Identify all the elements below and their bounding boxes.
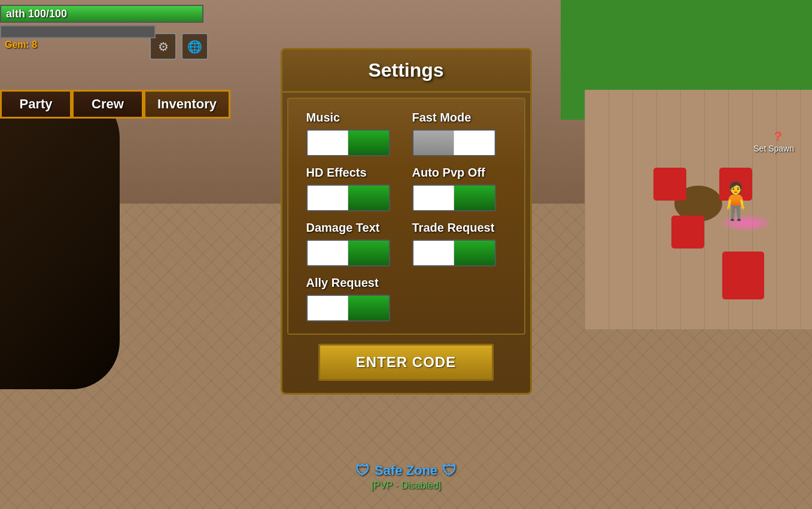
chair-4 — [722, 252, 764, 299]
setting-trade-request: Trade Request — [412, 221, 506, 266]
question-mark-icon: ? — [774, 129, 782, 144]
crew-button[interactable]: Crew — [72, 90, 144, 119]
tunnel — [0, 90, 120, 389]
ally-request-toggle-on — [348, 296, 389, 320]
damage-text-label: Damage Text — [306, 221, 380, 235]
trade-request-toggle-off — [413, 241, 455, 265]
fast-mode-toggle[interactable] — [412, 129, 496, 156]
settings-header: Settings — [282, 50, 530, 93]
music-toggle[interactable] — [306, 129, 390, 156]
damage-text-toggle-on — [348, 241, 389, 265]
hd-effects-label: HD Effects — [306, 166, 367, 180]
auto-pvp-toggle-on — [454, 186, 495, 210]
auto-pvp-toggle[interactable] — [412, 184, 496, 211]
settings-body: Music Fast Mode HD Effects — [287, 98, 525, 335]
fast-mode-toggle-off — [454, 131, 495, 155]
setting-fast-mode: Fast Mode — [412, 111, 506, 156]
nav-buttons: Party Crew Inventory — [0, 90, 230, 119]
chair-3 — [671, 216, 704, 249]
settings-title: Settings — [368, 59, 443, 81]
chair-2 — [653, 168, 686, 201]
setting-music: Music — [306, 111, 400, 156]
ally-request-toggle[interactable] — [306, 295, 390, 322]
setting-hd-effects: HD Effects — [306, 166, 400, 211]
fast-mode-label: Fast Mode — [412, 111, 472, 125]
weapon-bar — [0, 25, 156, 38]
character-sprite: 🧍 — [713, 180, 758, 222]
shield-left-icon: 🛡 — [355, 462, 370, 479]
shield-right-icon: 🛡 — [442, 462, 457, 479]
safe-zone: 🛡 Safe Zone 🛡 [PVP - Disabled] — [355, 462, 457, 491]
ally-request-toggle-off — [308, 296, 349, 320]
music-toggle-on — [348, 131, 389, 155]
trade-request-toggle-on — [454, 241, 495, 265]
safe-zone-label: Safe Zone — [375, 463, 437, 478]
music-toggle-off — [308, 131, 349, 155]
enter-code-button[interactable]: ENTER CODE — [318, 344, 494, 381]
hud: alth 100/100 Gem: 8 — [0, 5, 203, 51]
hd-effects-toggle-off — [308, 186, 349, 210]
trade-request-label: Trade Request — [412, 221, 495, 235]
setting-damage-text: Damage Text — [306, 221, 400, 266]
health-bar-container: alth 100/100 — [0, 5, 203, 23]
auto-pvp-toggle-off — [413, 186, 455, 210]
music-label: Music — [306, 111, 340, 125]
ally-request-label: Ally Request — [306, 276, 379, 290]
inventory-button[interactable]: Inventory — [144, 90, 230, 119]
damage-text-toggle[interactable] — [306, 240, 390, 266]
setting-ally-request: Ally Request — [306, 276, 400, 322]
hd-effects-toggle-on — [348, 186, 389, 210]
pvp-disabled-label: [PVP - Disabled] — [355, 480, 457, 491]
fast-mode-toggle-gray — [413, 131, 454, 155]
damage-text-toggle-off — [308, 241, 349, 265]
party-button[interactable]: Party — [0, 90, 72, 119]
health-text: alth 100/100 — [6, 8, 67, 20]
gem-display: Gem: 8 — [0, 38, 203, 51]
safe-zone-text: 🛡 Safe Zone 🛡 — [355, 462, 457, 479]
setting-auto-pvp: Auto Pvp Off — [412, 166, 506, 211]
trade-request-toggle[interactable] — [412, 240, 496, 266]
auto-pvp-label: Auto Pvp Off — [412, 166, 485, 180]
hd-effects-toggle[interactable] — [306, 184, 390, 211]
settings-panel: Settings Music Fast Mode — [281, 48, 532, 395]
settings-grid: Music Fast Mode HD Effects — [306, 111, 506, 322]
set-spawn-label[interactable]: Set Spawn — [753, 144, 794, 153]
